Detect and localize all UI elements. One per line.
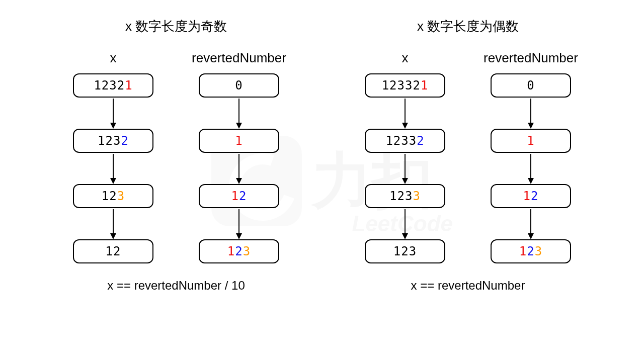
svg-marker-1: [110, 123, 116, 129]
value-box: 0: [491, 73, 571, 98]
col-head-x: x: [402, 50, 409, 66]
svg-marker-19: [528, 123, 534, 129]
digit: 1: [527, 134, 534, 148]
arrow-down-icon: [401, 208, 409, 239]
col-reverted: revertedNumber 0112123: [480, 50, 581, 263]
digit: 12332: [382, 78, 421, 93]
digit: 123: [98, 134, 121, 148]
digit: 1: [421, 78, 428, 93]
value-box: 123: [199, 239, 279, 263]
arrow-down-icon: [401, 98, 409, 129]
svg-marker-15: [402, 178, 408, 184]
digit: 2: [121, 134, 128, 148]
value-box: 1232: [73, 129, 153, 153]
svg-marker-7: [236, 123, 242, 129]
panel-title: x 数字长度为偶数: [347, 18, 589, 35]
col-head-reverted: revertedNumber: [192, 50, 286, 66]
panel-even: x 数字长度为偶数 x 123321123321233123 revertedN…: [347, 18, 589, 293]
panel-title: x 数字长度为奇数: [55, 18, 297, 35]
svg-marker-3: [110, 178, 116, 184]
digit: 123: [393, 244, 417, 258]
digit: 1: [125, 78, 132, 93]
digit: 3: [535, 244, 542, 258]
svg-marker-23: [528, 233, 534, 239]
digit: 3: [243, 244, 251, 258]
arrow-down-icon: [235, 98, 243, 129]
arrow-down-icon: [110, 98, 117, 129]
value-box: 1: [491, 129, 571, 153]
value-box: 12: [199, 184, 279, 208]
arrow-down-icon: [110, 153, 117, 184]
value-box: 12: [73, 239, 153, 263]
digit: 1: [231, 189, 239, 203]
arrow-down-icon: [527, 208, 534, 239]
digit: 2: [531, 189, 538, 203]
svg-marker-5: [110, 233, 116, 239]
value-box: 123: [365, 239, 445, 263]
digit: 0: [235, 78, 243, 93]
arrow-down-icon: [235, 208, 243, 239]
digit: 1: [227, 244, 235, 258]
svg-marker-17: [402, 233, 408, 239]
digit: 2: [235, 244, 243, 258]
digit: 0: [527, 78, 534, 93]
digit: 1: [519, 244, 527, 258]
arrow-down-icon: [110, 208, 117, 239]
svg-marker-9: [236, 178, 242, 184]
condition-text: x == revertedNumber / 10: [55, 279, 297, 293]
digit: 2: [417, 134, 424, 148]
value-box: 1: [199, 129, 279, 153]
condition-text: x == revertedNumber: [347, 279, 589, 293]
value-box: 12332: [365, 129, 445, 153]
col-x: x 123321123321233123: [355, 50, 455, 263]
arrow-down-icon: [527, 153, 534, 184]
value-box: 0: [199, 73, 279, 98]
arrow-down-icon: [401, 153, 409, 184]
diagram-root: x 数字长度为奇数 x 12321123212312 revertedNumbe…: [0, 0, 644, 293]
digit: 123: [389, 189, 413, 203]
digit: 1: [235, 134, 243, 148]
col-head-reverted: revertedNumber: [484, 50, 578, 66]
digit: 1: [523, 189, 531, 203]
value-box: 12321: [73, 73, 153, 98]
col-reverted: revertedNumber 0112123: [189, 50, 289, 263]
col-head-x: x: [110, 50, 117, 66]
value-box: 123321: [365, 73, 445, 98]
arrow-down-icon: [235, 153, 243, 184]
value-box: 1233: [365, 184, 445, 208]
col-x: x 12321123212312: [63, 50, 164, 263]
panel-odd: x 数字长度为奇数 x 12321123212312 revertedNumbe…: [55, 18, 297, 293]
digit: 1233: [385, 134, 417, 148]
digit: 2: [239, 189, 247, 203]
arrow-down-icon: [527, 98, 534, 129]
value-box: 123: [73, 184, 153, 208]
digit: 1232: [94, 78, 125, 93]
svg-marker-21: [528, 178, 534, 184]
digit: 2: [527, 244, 534, 258]
digit: 3: [117, 189, 125, 203]
svg-marker-13: [402, 123, 408, 129]
svg-marker-11: [236, 233, 242, 239]
digit: 3: [413, 189, 420, 203]
value-box: 12: [491, 184, 571, 208]
digit: 12: [106, 244, 121, 258]
digit: 12: [102, 189, 117, 203]
value-box: 123: [491, 239, 571, 263]
